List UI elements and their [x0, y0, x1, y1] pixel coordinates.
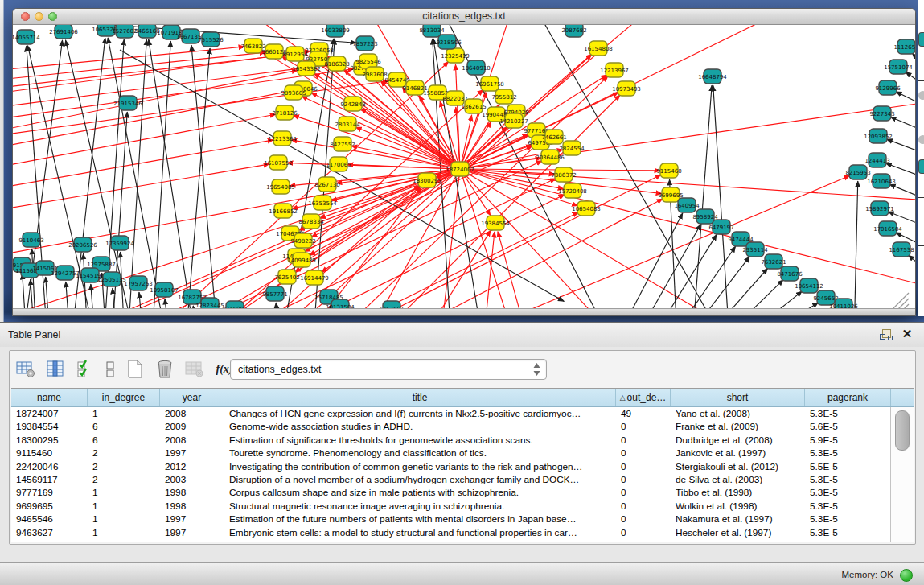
graph-edge[interactable] [13, 164, 269, 267]
table-selector-dropdown[interactable]: citations_edges.txt [230, 359, 547, 380]
graph-edge[interactable] [13, 90, 294, 212]
graph-node[interactable]: 2824554 [559, 141, 585, 155]
graph-node[interactable]: 1167538 [889, 242, 914, 257]
graph-node[interactable]: 2718126 [272, 105, 298, 120]
graph-edge[interactable] [128, 39, 146, 309]
graph-node[interactable]: 1170065 [326, 157, 351, 171]
graph-node[interactable]: 7955812 [491, 89, 516, 104]
select-columns-icon[interactable] [74, 358, 97, 381]
graph-node[interactable]: 8267130 [314, 177, 339, 192]
graph-edge[interactable] [683, 257, 749, 309]
scrollbar-thumb[interactable] [895, 410, 910, 451]
column-header-short[interactable]: short [671, 389, 805, 406]
table-row[interactable]: 2242004622012Investigating the contribut… [11, 460, 891, 473]
graph-node[interactable]: 12213364 [268, 131, 297, 146]
graph-node[interactable]: 19654985 [266, 179, 295, 194]
graph-node[interactable]: 15892971 [865, 201, 894, 216]
window-resize-grip[interactable] [892, 293, 909, 309]
graph-node[interactable]: 14055714 [13, 30, 40, 44]
graph-edge[interactable] [908, 255, 915, 266]
graph-edge[interactable] [46, 277, 50, 309]
graph-node[interactable]: 9115460 [656, 163, 681, 178]
table-scrollbar[interactable] [890, 407, 914, 542]
table-row[interactable]: 946362711997Embryonic stem cells: a mode… [11, 526, 891, 539]
graph-node[interactable]: 8186328 [324, 56, 349, 71]
table-row[interactable]: 977716911998Corpus callosum shape and si… [11, 486, 891, 499]
graph-node[interactable]: 16210643 [867, 174, 896, 188]
graph-node[interactable]: 9466160 [134, 25, 159, 38]
graph-node[interactable]: 9893605 [281, 85, 306, 100]
graph-node[interactable]: 27691406 [49, 25, 78, 39]
graph-node[interactable]: 21915346 [113, 96, 142, 110]
graph-edge[interactable] [460, 169, 763, 309]
delete-attribute-icon[interactable] [154, 358, 176, 381]
graph-node[interactable]: 8427552 [330, 137, 355, 151]
graph-edge[interactable] [355, 127, 460, 169]
graph-edge[interactable] [291, 140, 460, 169]
graph-node[interactable]: 15751074 [884, 60, 913, 74]
graph-node[interactable]: 7625402 [274, 270, 299, 284]
graph-node[interactable]: 7515526 [198, 32, 224, 47]
graph-node[interactable]: 2935114 [742, 242, 768, 257]
graph-edge[interactable] [460, 169, 643, 309]
row-height-icon[interactable] [104, 358, 117, 381]
table-row[interactable]: 1872400712008Changes of HCN gene express… [11, 407, 891, 420]
graph-node[interactable]: 10958107 [150, 282, 179, 297]
table-row[interactable]: 911546021997Tourette syndrome. Phenomeno… [11, 447, 891, 459]
graph-node[interactable]: 1527602 [112, 25, 137, 38]
column-header-year[interactable]: year [160, 389, 224, 406]
show-column-icon[interactable] [44, 358, 67, 381]
graph-edge[interactable] [896, 92, 915, 104]
graph-node[interactable]: 16033809 [321, 25, 350, 37]
graph-edge[interactable] [885, 163, 915, 176]
graph-edge[interactable] [13, 114, 276, 231]
graph-node[interactable]: 18640910 [462, 60, 491, 75]
graph-node[interactable]: 9498222 [290, 233, 315, 248]
graph-node[interactable]: 6479197 [708, 220, 733, 234]
graph-node[interactable]: 2987608 [362, 67, 387, 81]
graph-node[interactable]: 1640954 [674, 198, 700, 212]
graph-node[interactable]: 17957253 [124, 276, 153, 290]
graph-edge[interactable] [889, 184, 915, 197]
delete-table-icon[interactable] [183, 358, 206, 381]
graph-node[interactable]: 12213967 [600, 63, 629, 77]
graph-node[interactable]: 9242848 [340, 97, 365, 111]
graph-node[interactable]: 16154808 [584, 41, 613, 56]
table-row[interactable]: 1938455462009Genome-wide association stu… [11, 420, 891, 433]
graph-node[interactable]: 12325419 [441, 48, 470, 63]
table-row[interactable]: 1830029562008Estimation of significance … [11, 434, 891, 447]
column-header-out_degree[interactable]: △out_de… [616, 389, 671, 406]
graph-node[interactable]: 2803144 [335, 117, 360, 131]
graph-edge[interactable] [23, 274, 27, 309]
graph-edge[interactable] [417, 230, 491, 309]
graph-edge[interactable] [13, 55, 286, 126]
graph-edge[interactable] [186, 48, 210, 309]
graph-edge[interactable] [13, 169, 460, 267]
graph-node[interactable]: 7386372 [551, 167, 576, 182]
graph-node[interactable]: 16648794 [698, 69, 727, 84]
graph-edge[interactable] [854, 181, 858, 309]
graph-edge[interactable] [701, 268, 768, 309]
column-header-pagerank[interactable]: pagerank [805, 389, 891, 406]
graph-edge[interactable] [139, 292, 143, 309]
graph-edge[interactable] [66, 282, 70, 309]
graph-node[interactable]: 12093852 [864, 129, 893, 143]
graph-edge[interactable] [692, 85, 712, 309]
graph-node[interactable]: 2087682 [561, 25, 586, 37]
memory-status-label[interactable]: Memory: OK [841, 563, 893, 585]
window-titlebar[interactable]: citations_edges.txt [13, 9, 915, 25]
close-panel-icon[interactable]: ✕ [900, 327, 914, 341]
column-header-title[interactable]: title [224, 389, 616, 406]
graph-edge[interactable] [890, 117, 915, 130]
graph-edge[interactable] [633, 225, 701, 309]
table-settings-icon[interactable] [14, 358, 37, 381]
graph-node[interactable]: 9129966 [875, 80, 901, 95]
column-header-in_degree[interactable]: in_degree [88, 389, 160, 406]
graph-edge[interactable] [912, 53, 915, 63]
memory-status-indicator[interactable] [900, 569, 913, 582]
graph-node[interactable]: 7857223 [352, 36, 377, 51]
graph-edge[interactable] [460, 25, 868, 169]
network-canvas[interactable]: 7463822966012889129542322605893275058186… [13, 25, 915, 309]
graph-edge[interactable] [13, 140, 273, 247]
graph-node[interactable]: 9857771 [262, 286, 287, 301]
